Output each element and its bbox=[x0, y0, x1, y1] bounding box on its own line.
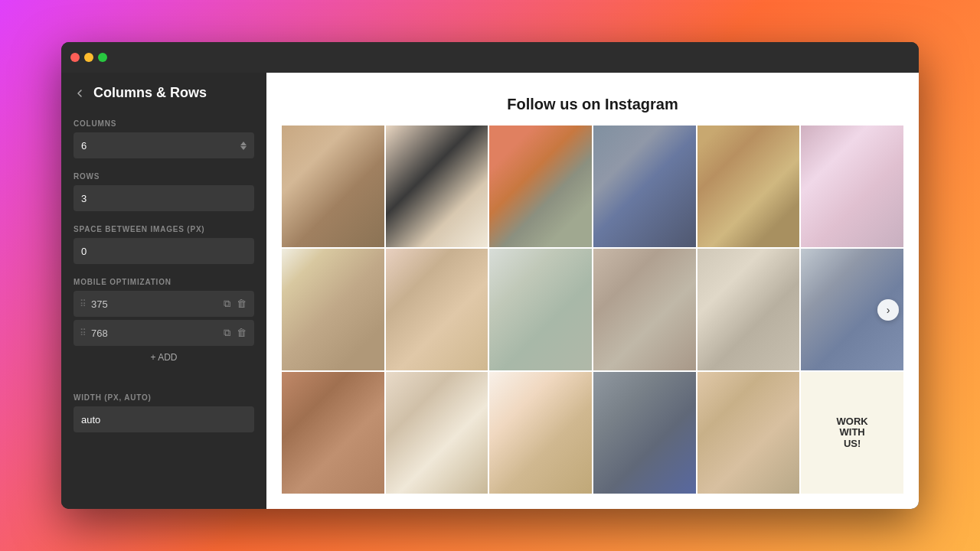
grid-cell-6[interactable] bbox=[801, 126, 903, 247]
grid-cell-11[interactable] bbox=[697, 249, 800, 370]
grid-image-4 bbox=[593, 126, 696, 247]
back-button[interactable] bbox=[74, 87, 86, 99]
grid-image-2 bbox=[386, 126, 488, 247]
grid-cell-3[interactable] bbox=[489, 126, 592, 247]
window-body: Columns & Rows COLUMNS ROWS bbox=[61, 73, 919, 509]
grid-image-13 bbox=[282, 372, 384, 494]
delete-icon-1[interactable]: 🗑 bbox=[235, 296, 248, 311]
grid-image-6 bbox=[801, 126, 903, 247]
mobile-group: MOBILE OPTIMIZATION ⠿ 375 ⧉ 🗑 ⠿ 768 ⧉ 🗑 bbox=[74, 278, 254, 380]
grid-cell-7[interactable] bbox=[282, 249, 384, 370]
grid-cell-2[interactable] bbox=[386, 126, 488, 247]
grid-cell-15[interactable] bbox=[489, 372, 592, 494]
main-content: Follow us on Instagram bbox=[266, 73, 919, 509]
titlebar bbox=[61, 42, 919, 73]
grid-cell-18[interactable]: WORKWITHUS! bbox=[801, 372, 903, 494]
grid-image-14 bbox=[386, 372, 488, 494]
rows-label: ROWS bbox=[74, 172, 254, 181]
mobile-actions-1: ⧉ 🗑 bbox=[222, 296, 248, 311]
add-label: + ADD bbox=[150, 352, 177, 363]
section-title: Follow us on Instagram bbox=[282, 96, 903, 113]
copy-icon-1[interactable]: ⧉ bbox=[222, 296, 232, 311]
columns-input-wrap bbox=[74, 132, 254, 158]
space-label: SPACE BETWEEN IMAGES (PX) bbox=[74, 225, 254, 233]
grid-cell-14[interactable] bbox=[386, 372, 488, 494]
close-button[interactable] bbox=[70, 53, 80, 62]
sidebar-header: Columns & Rows bbox=[74, 85, 254, 101]
space-group: SPACE BETWEEN IMAGES (PX) bbox=[74, 225, 254, 264]
rows-input-wrap bbox=[74, 185, 254, 211]
grid-cell-13[interactable] bbox=[282, 372, 384, 494]
grid-cell-10[interactable] bbox=[593, 249, 696, 370]
grid-image-10 bbox=[593, 249, 696, 370]
minimize-button[interactable] bbox=[84, 53, 93, 62]
delete-icon-2[interactable]: 🗑 bbox=[235, 325, 248, 341]
grid-image-7 bbox=[282, 249, 384, 370]
mobile-value-1: 375 bbox=[91, 298, 217, 310]
maximize-button[interactable] bbox=[98, 53, 107, 62]
mobile-actions-2: ⧉ 🗑 bbox=[222, 325, 248, 341]
grid-image-3 bbox=[489, 126, 592, 247]
space-input[interactable] bbox=[81, 246, 247, 257]
drag-handle-1[interactable]: ⠿ bbox=[80, 298, 87, 309]
width-input-wrap bbox=[74, 406, 254, 432]
rows-input[interactable] bbox=[81, 193, 247, 204]
mobile-label: MOBILE OPTIMIZATION bbox=[74, 278, 254, 286]
columns-label: COLUMNS bbox=[74, 119, 254, 128]
work-text: WORKWITHUS! bbox=[837, 416, 868, 449]
width-input[interactable] bbox=[81, 414, 247, 425]
traffic-lights bbox=[70, 53, 107, 62]
grid-cell-5[interactable] bbox=[697, 126, 800, 247]
grid-cell-17[interactable] bbox=[697, 372, 800, 494]
width-label: WIDTH (PX, AUTO) bbox=[74, 393, 254, 402]
grid-image-16 bbox=[593, 372, 696, 494]
next-arrow[interactable]: › bbox=[877, 299, 899, 321]
add-button[interactable]: + ADD bbox=[74, 349, 254, 366]
grid-image-9 bbox=[489, 249, 592, 370]
mobile-row-2: ⠿ 768 ⧉ 🗑 bbox=[74, 320, 254, 346]
space-input-wrap bbox=[74, 238, 254, 264]
grid-cell-9[interactable] bbox=[489, 249, 592, 370]
grid-image-5 bbox=[697, 126, 800, 247]
grid-cell-8[interactable] bbox=[386, 249, 488, 370]
width-group: WIDTH (PX, AUTO) bbox=[74, 393, 254, 432]
columns-group: COLUMNS bbox=[74, 119, 254, 158]
columns-input[interactable] bbox=[81, 140, 240, 152]
instagram-section: Follow us on Instagram bbox=[266, 73, 919, 509]
grid-image-15 bbox=[489, 372, 592, 494]
mobile-value-2: 768 bbox=[91, 328, 217, 339]
columns-stepper[interactable] bbox=[240, 142, 247, 150]
grid-image-1 bbox=[282, 126, 384, 247]
grid-cell-1[interactable] bbox=[282, 126, 384, 247]
mobile-row-1: ⠿ 375 ⧉ 🗑 bbox=[74, 291, 254, 317]
columns-up-arrow[interactable] bbox=[240, 142, 247, 145]
columns-down-arrow[interactable] bbox=[240, 146, 247, 150]
grid-image-11 bbox=[697, 249, 800, 370]
app-window: Columns & Rows COLUMNS ROWS bbox=[61, 42, 919, 509]
grid-image-17 bbox=[697, 372, 800, 494]
copy-icon-2[interactable]: ⧉ bbox=[222, 325, 232, 341]
instagram-grid: WORKWITHUS! bbox=[282, 126, 903, 494]
rows-group: ROWS bbox=[74, 172, 254, 211]
sidebar: Columns & Rows COLUMNS ROWS bbox=[61, 73, 266, 509]
grid-image-8 bbox=[386, 249, 488, 370]
grid-cell-4[interactable] bbox=[593, 126, 696, 247]
grid-wrapper: WORKWITHUS! › bbox=[282, 126, 903, 494]
drag-handle-2[interactable]: ⠿ bbox=[80, 328, 87, 338]
sidebar-title: Columns & Rows bbox=[93, 85, 207, 101]
grid-cell-16[interactable] bbox=[593, 372, 696, 494]
